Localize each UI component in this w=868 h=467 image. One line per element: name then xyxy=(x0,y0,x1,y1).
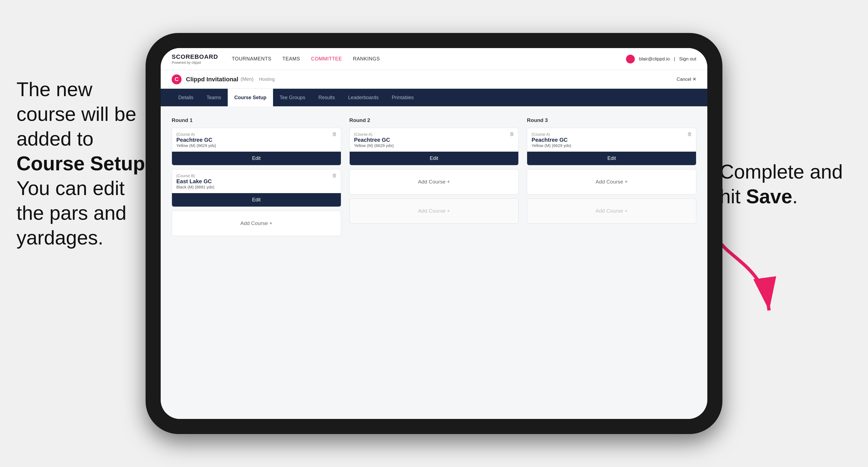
round-1-course-b-label: (Course B) xyxy=(176,174,195,178)
tab-results[interactable]: Results xyxy=(312,89,341,106)
cancel-button[interactable]: Cancel ✕ xyxy=(677,76,696,82)
round-2-title: Round 2 xyxy=(349,117,519,123)
round-2-add-course-button[interactable]: Add Course + xyxy=(349,169,519,194)
tournament-status: Hosting xyxy=(259,76,275,82)
round-2-course-a-name: Peachtree GC xyxy=(354,137,514,143)
nav-tournaments[interactable]: TOURNAMENTS xyxy=(232,56,271,62)
sign-out-link[interactable]: Sign out xyxy=(679,56,696,62)
round-2-course-a-edit-button[interactable]: Edit xyxy=(350,152,519,165)
brand: SCOREBOARD Powered by clippd xyxy=(172,53,218,65)
round-1-course-b-card: (Course B) 🗑 East Lake GC Black (M) (689… xyxy=(172,169,341,207)
round-3-course-a-card: (Course A) 🗑 Peachtree GC Yellow (M) (66… xyxy=(527,128,696,165)
brand-title: SCOREBOARD xyxy=(172,53,218,60)
right-annotation: Complete and hit Save. xyxy=(720,159,851,209)
tablet-screen: SCOREBOARD Powered by clippd TOURNAMENTS… xyxy=(161,48,707,419)
round-1-course-a-delete-icon[interactable]: 🗑 xyxy=(332,131,337,137)
user-area: blair@clippd.io | Sign out xyxy=(626,55,696,63)
course-setup-bold: Course Setup xyxy=(17,152,145,175)
round-3-course-a-header: (Course A) 🗑 Peachtree GC Yellow (M) (66… xyxy=(527,128,696,152)
pipe-separator: | xyxy=(674,56,675,62)
round-2-course-a-header: (Course A) 🗑 Peachtree GC Yellow (M) (66… xyxy=(350,128,519,152)
round-1-course-a-card: (Course A) 🗑 Peachtree GC Yellow (M) (66… xyxy=(172,128,341,165)
round-1-column: Round 1 (Course A) 🗑 Peachtree GC Yellow… xyxy=(172,117,341,240)
round-1-course-a-details: Yellow (M) (6629 yds) xyxy=(176,143,337,151)
tab-tee-groups[interactable]: Tee Groups xyxy=(273,89,312,106)
tournament-bar: C Clippd Invitational (Men) Hosting Canc… xyxy=(161,70,707,89)
round-3-course-a-name: Peachtree GC xyxy=(531,137,692,143)
round-3-column: Round 3 (Course A) 🗑 Peachtree GC Yellow… xyxy=(527,117,696,240)
round-1-course-a-edit-button[interactable]: Edit xyxy=(172,152,341,165)
round-2-column: Round 2 (Course A) 🗑 Peachtree GC Yellow… xyxy=(349,117,519,240)
nav-rankings[interactable]: RANKINGS xyxy=(353,56,380,62)
round-1-course-b-name: East Lake GC xyxy=(176,178,337,185)
tab-leaderboards[interactable]: Leaderboards xyxy=(341,89,385,106)
tournament-name: Clippd Invitational xyxy=(186,76,239,83)
round-3-add-course-button[interactable]: Add Course + xyxy=(527,169,696,194)
round-1-course-a-label: (Course A) xyxy=(176,132,195,136)
round-1-title: Round 1 xyxy=(172,117,341,123)
tournament-gender: (Men) xyxy=(241,76,253,82)
brand-subtitle: Powered by clippd xyxy=(172,60,218,65)
nav-committee[interactable]: COMMITTEE xyxy=(311,56,342,62)
round-2-course-a-label: (Course A) xyxy=(354,132,372,136)
round-3-title: Round 3 xyxy=(527,117,696,123)
round-3-course-a-details: Yellow (M) (6629 yds) xyxy=(531,143,692,151)
tab-printables[interactable]: Printables xyxy=(385,89,420,106)
round-2-add-course-disabled: Add Course + xyxy=(349,198,519,224)
nav-teams[interactable]: TEAMS xyxy=(282,56,300,62)
round-2-course-a-card: (Course A) 🗑 Peachtree GC Yellow (M) (66… xyxy=(349,128,519,165)
tab-course-setup[interactable]: Course Setup xyxy=(228,89,273,106)
round-3-course-a-label: (Course A) xyxy=(531,132,550,136)
round-2-course-a-details: Yellow (M) (6629 yds) xyxy=(354,143,514,151)
nav-links: TOURNAMENTS TEAMS COMMITTEE RANKINGS xyxy=(232,56,626,62)
round-2-course-a-delete-icon[interactable]: 🗑 xyxy=(509,131,515,137)
round-1-course-a-name: Peachtree GC xyxy=(176,137,337,143)
round-1-course-a-header: (Course A) 🗑 Peachtree GC Yellow (M) (66… xyxy=(172,128,341,152)
round-1-course-b-delete-icon[interactable]: 🗑 xyxy=(332,173,337,179)
tablet-frame: SCOREBOARD Powered by clippd TOURNAMENTS… xyxy=(146,33,722,434)
round-1-course-b-details: Black (M) (6891 yds) xyxy=(176,185,337,192)
top-nav: SCOREBOARD Powered by clippd TOURNAMENTS… xyxy=(161,48,707,70)
main-content: Round 1 (Course A) 🗑 Peachtree GC Yellow… xyxy=(161,106,707,419)
save-bold: Save xyxy=(746,185,792,208)
user-email: blair@clippd.io xyxy=(639,56,670,62)
round-1-course-b-edit-button[interactable]: Edit xyxy=(172,193,341,207)
round-3-course-a-edit-button[interactable]: Edit xyxy=(527,152,696,165)
tab-details[interactable]: Details xyxy=(172,89,200,106)
rounds-grid: Round 1 (Course A) 🗑 Peachtree GC Yellow… xyxy=(172,117,696,240)
tab-teams[interactable]: Teams xyxy=(200,89,228,106)
round-3-course-a-delete-icon[interactable]: 🗑 xyxy=(687,131,692,137)
round-3-add-course-disabled: Add Course + xyxy=(527,198,696,224)
user-avatar xyxy=(626,55,635,63)
sub-nav: Details Teams Course Setup Tee Groups Re… xyxy=(161,89,707,106)
round-1-add-course-button[interactable]: Add Course + xyxy=(172,211,341,236)
round-1-course-b-header: (Course B) 🗑 East Lake GC Black (M) (689… xyxy=(172,169,341,193)
tournament-logo: C xyxy=(172,74,182,84)
